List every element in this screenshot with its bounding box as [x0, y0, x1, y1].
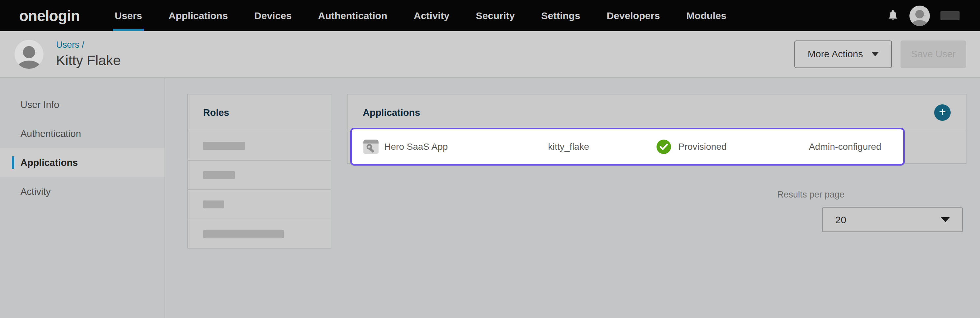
roles-card: Roles: [187, 94, 331, 248]
role-name-redacted: [203, 230, 284, 238]
provisioning-type-label: Admin-configured: [809, 142, 881, 152]
breadcrumb-users-link[interactable]: Users /: [56, 40, 121, 50]
select-caret-icon: [941, 217, 950, 222]
nav-item-modules[interactable]: Modules: [686, 0, 726, 31]
sidebar-item-activity[interactable]: Activity: [0, 177, 165, 206]
top-nav: onelogin Users Applications Devices Auth…: [0, 0, 980, 31]
page-title: Kitty Flake: [56, 53, 121, 68]
notifications-bell-icon[interactable]: [887, 9, 899, 22]
more-actions-button[interactable]: More Actions: [794, 41, 892, 68]
nav-item-security[interactable]: Security: [476, 0, 515, 31]
nav-right-tools: [887, 6, 980, 26]
user-section-sidebar: User Info Authentication Applications Ac…: [0, 78, 165, 318]
onelogin-admin-screen: onelogin Users Applications Devices Auth…: [0, 0, 980, 318]
chevron-down-icon: [872, 52, 879, 56]
onelogin-logo[interactable]: onelogin: [19, 7, 80, 25]
header-actions: More Actions Save User: [794, 41, 980, 68]
more-actions-label: More Actions: [808, 49, 863, 60]
account-avatar[interactable]: [910, 6, 930, 26]
provisioning-status-label: Provisioned: [678, 142, 726, 152]
page-header: Users / Kitty Flake More Actions Save Us…: [0, 31, 980, 78]
account-name-redacted: [940, 11, 959, 20]
role-name-redacted: [203, 142, 245, 150]
nav-item-developers[interactable]: Developers: [607, 0, 660, 31]
results-per-page-value: 20: [835, 214, 846, 226]
user-heading: Users / Kitty Flake: [56, 40, 121, 68]
role-name-redacted: [203, 171, 235, 179]
nav-item-activity[interactable]: Activity: [414, 0, 449, 31]
provisioning-status: Provisioned: [657, 139, 726, 154]
sidebar-item-user-info[interactable]: User Info: [0, 90, 165, 119]
nav-item-authentication[interactable]: Authentication: [318, 0, 387, 31]
application-row-hero-saas-app[interactable]: Hero SaaS App kitty_flake Provisioned Ad…: [350, 128, 905, 166]
add-application-button[interactable]: +: [934, 104, 951, 121]
application-username: kitty_flake: [548, 142, 589, 152]
role-row[interactable]: [188, 131, 331, 161]
sidebar-item-authentication[interactable]: Authentication: [0, 119, 165, 148]
results-per-page-select[interactable]: 20: [822, 207, 963, 232]
roles-card-title: Roles: [188, 95, 331, 131]
role-row[interactable]: [188, 190, 331, 219]
nav-item-users[interactable]: Users: [115, 0, 142, 31]
nav-item-applications[interactable]: Applications: [169, 0, 228, 31]
role-row[interactable]: [188, 161, 331, 190]
save-user-button[interactable]: Save User: [900, 41, 966, 68]
application-name: Hero SaaS App: [384, 142, 448, 152]
sidebar-item-applications[interactable]: Applications: [0, 148, 165, 177]
app-window-wrench-icon: [363, 139, 379, 154]
role-row[interactable]: [188, 219, 331, 248]
nav-item-settings[interactable]: Settings: [541, 0, 580, 31]
role-name-redacted: [203, 201, 224, 208]
nav-menu: Users Applications Devices Authenticatio…: [115, 0, 726, 31]
user-avatar: [14, 40, 43, 69]
results-per-page-label: Results per page: [777, 190, 845, 200]
nav-item-devices[interactable]: Devices: [254, 0, 291, 31]
provisioned-check-icon: [657, 139, 671, 154]
applications-panel-title: Applications: [363, 107, 420, 118]
